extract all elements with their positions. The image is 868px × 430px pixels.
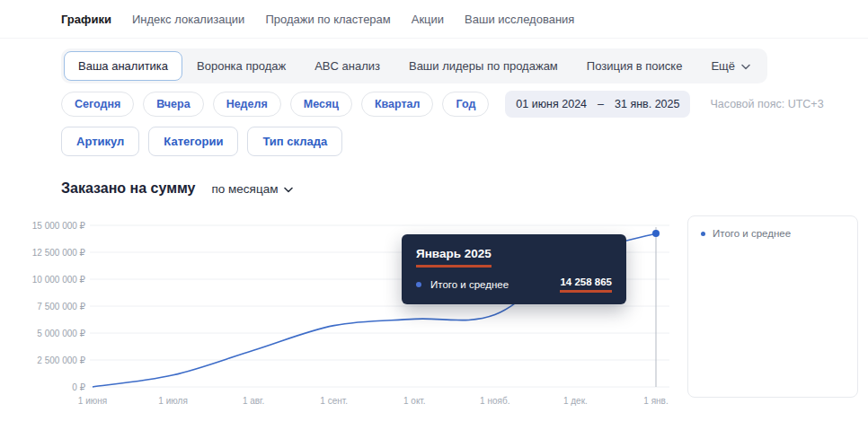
nav-item-4[interactable]: Ваши исследования bbox=[465, 13, 574, 26]
dimension-filter-row: АртикулКатегорииТип склада bbox=[61, 127, 868, 156]
period-pill-0[interactable]: Сегодня bbox=[61, 92, 134, 117]
date-range-start: 01 июня 2024 bbox=[516, 98, 587, 110]
nav-item-3[interactable]: Акции bbox=[412, 13, 444, 26]
nav-item-1[interactable]: Индекс локализации bbox=[132, 13, 244, 26]
granularity-select[interactable]: по месяцам bbox=[212, 182, 294, 196]
tab-4[interactable]: Позиция в поиске bbox=[572, 51, 697, 81]
tab-3[interactable]: Ваши лидеры по продажам bbox=[394, 51, 572, 81]
date-range-picker[interactable]: 01 июня 2024 – 31 янв. 2025 bbox=[505, 91, 690, 118]
period-filter-row: СегодняВчераНеделяМесяцКварталГод 01 июн… bbox=[61, 91, 868, 118]
nav-item-0[interactable]: Графики bbox=[61, 13, 111, 26]
tab-more[interactable]: Ещё bbox=[696, 51, 765, 81]
y-axis-tick-2: 10 000 000 ₽ bbox=[0, 275, 85, 285]
y-axis-tick-1: 12 500 000 ₽ bbox=[0, 248, 85, 258]
x-axis-tick-7: 1 янв. bbox=[643, 396, 668, 406]
nav-item-2[interactable]: Продажи по кластерам bbox=[265, 13, 390, 26]
orders-line-chart: 15 000 000 ₽12 500 000 ₽10 000 000 ₽7 50… bbox=[0, 209, 868, 430]
chevron-down-icon bbox=[741, 59, 750, 73]
period-pill-4[interactable]: Квартал bbox=[361, 92, 434, 117]
period-pill-1[interactable]: Вчера bbox=[143, 92, 203, 117]
x-axis-tick-0: 1 июня bbox=[78, 396, 107, 406]
tooltip-title: Январь 2025 bbox=[416, 247, 492, 268]
dimension-button-0[interactable]: Артикул bbox=[61, 127, 139, 156]
y-axis-tick-4: 5 000 000 ₽ bbox=[0, 329, 85, 338]
chart-legend: Итого и среднее bbox=[687, 215, 858, 398]
x-axis-tick-1: 1 июля bbox=[158, 396, 187, 406]
tooltip-series-name: Итого и среднее bbox=[430, 279, 509, 290]
chevron-down-icon bbox=[284, 182, 293, 196]
tooltip-value: 14 258 865 bbox=[560, 276, 612, 293]
y-axis-tick-6: 0 ₽ bbox=[0, 382, 85, 392]
date-range-separator: – bbox=[598, 98, 604, 110]
x-axis-tick-2: 1 авг. bbox=[243, 396, 264, 406]
tab-1[interactable]: Воронка продаж bbox=[182, 51, 300, 81]
timezone-label: Часовой пояс: UTC+3 bbox=[710, 98, 823, 110]
legend-dot-icon bbox=[701, 232, 705, 236]
x-axis-tick-4: 1 окт. bbox=[403, 396, 426, 406]
legend-item-0[interactable]: Итого и среднее bbox=[701, 228, 845, 239]
granularity-value: по месяцам bbox=[212, 182, 279, 196]
top-navigation: ГрафикиИндекс локализацииПродажи по клас… bbox=[0, 0, 868, 39]
chart-title: Заказано на сумму bbox=[61, 180, 196, 197]
y-axis-tick-3: 7 500 000 ₽ bbox=[0, 302, 85, 312]
date-range-end: 31 янв. 2025 bbox=[615, 98, 679, 110]
period-pill-3[interactable]: Месяц bbox=[290, 92, 352, 117]
legend-item-label: Итого и среднее bbox=[713, 228, 791, 239]
analytics-tab-strip: Ваша аналитикаВоронка продажABC анализВа… bbox=[61, 48, 767, 83]
x-axis-tick-3: 1 сент. bbox=[320, 396, 348, 406]
y-axis-tick-0: 15 000 000 ₽ bbox=[0, 221, 85, 231]
period-pill-2[interactable]: Неделя bbox=[213, 92, 281, 117]
x-axis-tick-6: 1 дек. bbox=[563, 396, 588, 406]
chart-header: Заказано на сумму по месяцам bbox=[61, 180, 868, 197]
tab-more-label: Ещё bbox=[711, 59, 735, 73]
tab-2[interactable]: ABC анализ bbox=[300, 51, 394, 81]
tab-0[interactable]: Ваша аналитика bbox=[64, 51, 182, 81]
series-dot-icon bbox=[416, 282, 421, 287]
period-pill-5[interactable]: Год bbox=[442, 92, 489, 117]
y-axis-tick-5: 2 500 000 ₽ bbox=[0, 355, 85, 365]
chart-tooltip: Январь 2025 Итого и среднее 14 258 865 bbox=[402, 234, 626, 304]
dimension-button-2[interactable]: Тип склада bbox=[247, 127, 342, 156]
dimension-button-1[interactable]: Категории bbox=[148, 127, 238, 156]
x-axis-tick-5: 1 нояб. bbox=[480, 396, 509, 406]
